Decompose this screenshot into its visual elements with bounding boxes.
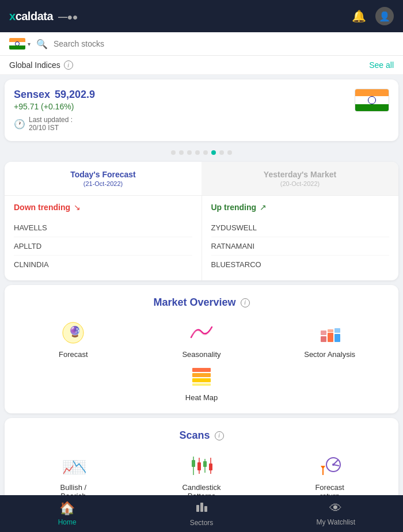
global-indices-label: Global Indices i [9, 60, 73, 70]
market-overview-title-row: Market Overview i [14, 297, 389, 309]
logo-text: xcaldata —●● [9, 10, 78, 23]
dot-5[interactable] [203, 150, 208, 155]
notification-icon[interactable]: 🔔 [352, 9, 366, 23]
sector-analysis-label: Sector Analysis [304, 350, 355, 359]
scans-forecast-return-item[interactable]: Forecastreturn [270, 453, 389, 500]
global-indices-bar: Global Indices i See all [0, 56, 403, 75]
up-trend-item-2[interactable]: RATNAMANI [211, 237, 390, 256]
nav-watchlist[interactable]: 👁 My Watchlist [269, 495, 403, 532]
dot-4[interactable] [195, 150, 200, 155]
up-trend-item-1[interactable]: ZYDUSWELL [211, 219, 390, 237]
clock-icon: 🕐 [14, 119, 25, 130]
market-overview-info-icon[interactable]: i [241, 298, 250, 307]
last-updated-label: Last updated : 20/10 IST [29, 116, 73, 132]
bullish-bearish-icon: 📈 📉 [60, 453, 86, 478]
yesterday-tab-title: Yesterday's Market [207, 170, 393, 179]
search-input[interactable] [54, 39, 394, 48]
svg-rect-22 [209, 463, 212, 470]
market-heatmap-item[interactable]: Heat Map [185, 363, 218, 402]
seasonality-icon [189, 320, 214, 345]
today-tab-subtitle: (21-Oct-2022) [10, 180, 196, 187]
search-icon: 🔍 [36, 39, 48, 50]
header-icons: 🔔 👤 [352, 7, 394, 25]
up-trend-list: ZYDUSWELL RATNAMANI BLUESTARCO [211, 219, 390, 273]
dot-3[interactable] [187, 150, 192, 155]
forecast-section: Today's Forecast (21-Oct-2022) Yesterday… [5, 162, 398, 280]
sensex-card: Sensex 59,202.9 +95.71 (+0.16%) 🕐 Last u… [5, 79, 398, 141]
global-indices-info-icon[interactable]: i [64, 60, 73, 70]
up-trend-item-3[interactable]: BLUESTARCO [211, 256, 390, 273]
market-overview-title: Market Overview [153, 297, 235, 309]
market-overview-section: Market Overview i 🔮 Forecast Seasonality [5, 285, 398, 413]
forecast-label: Forecast [59, 350, 88, 359]
dot-7[interactable] [219, 150, 224, 155]
down-trend-item-1[interactable]: HAVELLS [14, 219, 192, 237]
svg-rect-47 [204, 506, 207, 512]
global-indices-text: Global Indices [9, 60, 60, 70]
scans-title: Scans [179, 430, 210, 442]
carousel-dots [0, 146, 403, 157]
scans-title-row: Scans i [14, 430, 389, 442]
svg-rect-6 [328, 329, 333, 332]
app-header: xcaldata —●● 🔔 👤 [0, 0, 403, 32]
nav-home-label: Home [58, 518, 77, 526]
market-overview-row2: Heat Map [14, 363, 389, 402]
svg-point-26 [332, 463, 334, 466]
svg-text:🔮: 🔮 [69, 325, 82, 338]
down-trend-label: Down trending [14, 203, 70, 212]
svg-rect-9 [192, 368, 211, 372]
svg-rect-3 [321, 336, 326, 342]
down-trending-col: Down trending ↘ HAVELLS APLLTD CLNINDIA [5, 196, 202, 280]
dot-1[interactable] [171, 150, 176, 155]
svg-text:📉: 📉 [72, 459, 86, 475]
nav-home[interactable]: 🏠 Home [0, 495, 134, 532]
home-icon: 🏠 [59, 501, 75, 516]
see-all-button[interactable]: See all [369, 60, 394, 70]
india-flag-large [355, 89, 389, 112]
svg-rect-16 [192, 460, 195, 467]
heatmap-icon [189, 363, 214, 389]
market-seasonality-item[interactable]: Seasonality [142, 320, 261, 359]
yesterday-tab-subtitle: (20-Oct-2022) [207, 180, 393, 187]
sectors-icon [195, 500, 208, 516]
scans-bullish-bearish-item[interactable]: 📈 📉 Bullish /Bearish [14, 453, 133, 500]
country-selector[interactable]: ▾ [9, 38, 31, 50]
down-trend-list: HAVELLS APLLTD CLNINDIA [14, 219, 192, 273]
sensex-change: +95.71 (+0.16%) [14, 102, 95, 111]
up-trend-label: Up trending [211, 203, 257, 212]
nav-sectors[interactable]: Sectors [134, 495, 268, 532]
sensex-value: 59,202.9 [55, 89, 95, 101]
scans-info-icon[interactable]: i [215, 431, 224, 440]
svg-rect-20 [203, 461, 207, 467]
svg-rect-5 [328, 333, 333, 342]
forecast-return-icon [317, 453, 343, 478]
svg-rect-4 [321, 330, 326, 335]
profile-icon[interactable]: 👤 [375, 7, 394, 25]
market-sector-analysis-item[interactable]: Sector Analysis [270, 320, 389, 359]
search-bar: ▾ 🔍 [0, 32, 403, 56]
nav-watchlist-label: My Watchlist [317, 518, 356, 526]
today-forecast-tab[interactable]: Today's Forecast (21-Oct-2022) [5, 162, 202, 195]
heatmap-label: Heat Map [185, 393, 218, 402]
dot-8[interactable] [227, 150, 232, 155]
down-trend-item-2[interactable]: APLLTD [14, 237, 192, 256]
dot-6[interactable] [211, 150, 216, 155]
up-trend-arrow: ↗ [260, 203, 267, 212]
svg-rect-46 [200, 503, 203, 512]
forecast-icon: 🔮 [60, 320, 86, 345]
svg-rect-18 [197, 462, 201, 470]
scans-candlestick-item[interactable]: CandlestickPatterns [142, 453, 261, 500]
yesterday-market-tab[interactable]: Yesterday's Market (20-Oct-2022) [202, 162, 398, 195]
country-dropdown-arrow: ▾ [28, 41, 31, 47]
trending-columns: Down trending ↘ HAVELLS APLLTD CLNINDIA … [5, 195, 398, 280]
svg-rect-11 [192, 378, 211, 382]
bottom-nav: 🏠 Home Sectors 👁 My Watchlist [0, 495, 403, 532]
nav-sectors-label: Sectors [190, 519, 214, 527]
dot-2[interactable] [179, 150, 184, 155]
market-forecast-item[interactable]: 🔮 Forecast [14, 320, 133, 359]
seasonality-label: Seasonality [182, 350, 220, 359]
down-trend-item-3[interactable]: CLNINDIA [14, 256, 192, 273]
sector-analysis-icon [317, 320, 343, 345]
svg-rect-12 [192, 383, 211, 386]
today-tab-title: Today's Forecast [10, 170, 196, 179]
